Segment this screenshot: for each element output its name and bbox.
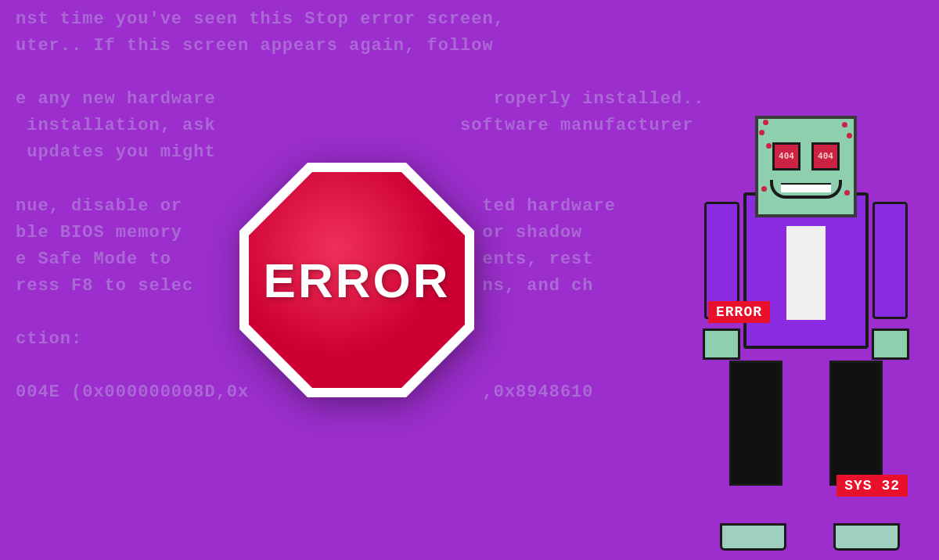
pixel-character: 404 404 ERROR SYS 32	[696, 106, 916, 560]
char-teeth	[781, 183, 831, 192]
char-arm-right	[872, 202, 908, 319]
bsod-line-2: uter.. If this screen appears again, fol…	[16, 33, 923, 59]
stop-sign-container: ERROR	[232, 155, 482, 405]
bsod-line-3	[16, 59, 923, 86]
char-eye-left: 404	[772, 142, 800, 171]
char-pants-right	[829, 361, 883, 486]
stop-sign: ERROR	[232, 155, 482, 405]
char-mouth	[770, 180, 842, 199]
char-hand-right	[872, 328, 909, 360]
char-sys-badge: SYS 32	[836, 475, 908, 497]
char-shoe-right	[833, 523, 900, 551]
char-shoe-left	[720, 523, 786, 551]
char-shirt	[786, 226, 826, 320]
char-pants-left	[729, 361, 782, 486]
char-head: 404 404	[755, 116, 857, 217]
stop-sign-text: ERROR	[264, 253, 451, 308]
bsod-line-1: nst time you've seen this Stop error scr…	[16, 6, 923, 33]
character-container: 404 404 ERROR SYS 32	[696, 106, 916, 560]
char-hand-left	[703, 328, 740, 360]
char-eye-right: 404	[811, 142, 840, 171]
char-error-badge: ERROR	[708, 301, 770, 323]
